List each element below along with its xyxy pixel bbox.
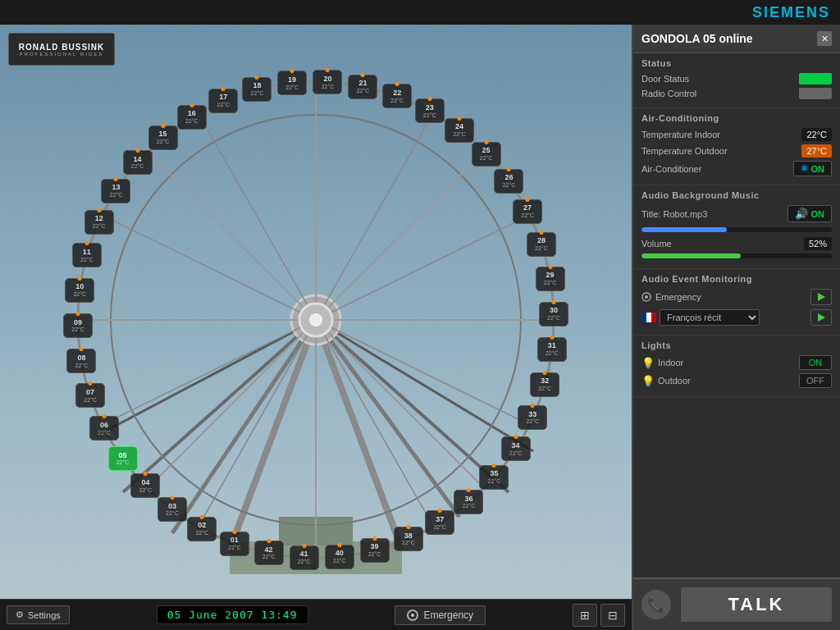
bottom-bar: ⚙ Settings 05 June 2007 13:49 Emergency … (0, 599, 632, 630)
radio-control-row: Radio Control (641, 88, 832, 99)
emergency-event-row: Emergency (641, 289, 832, 305)
right-panel: GONDOLA 05 online ✕ Status Door Status R… (632, 25, 840, 630)
gear-icon: ⚙ (16, 609, 24, 620)
outdoor-label-text: Outdoor (658, 376, 691, 386)
svg-line-9 (316, 320, 533, 451)
svg-line-21 (197, 111, 316, 320)
audio-progress-fill (641, 227, 727, 232)
audio-title: Audio Background Music (641, 190, 832, 200)
emergency-radio-indicator (641, 292, 651, 302)
audio-toggle-button[interactable]: 🔊 ON (788, 205, 833, 222)
volume-label: Volume (641, 239, 672, 249)
door-status-row: Door Status (641, 73, 832, 84)
language-select[interactable]: François récit English narrative Deutsch… (660, 309, 760, 326)
ac-label: Air-Conditioner (641, 164, 701, 174)
svg-line-27 (316, 217, 525, 320)
volume-slider[interactable] (641, 253, 832, 258)
emergency-button[interactable]: Emergency (395, 605, 486, 625)
svg-line-2 (230, 320, 316, 550)
indoor-light-label: 💡 Indoor (641, 357, 683, 369)
emergency-icon (407, 609, 418, 621)
svg-line-20 (148, 320, 316, 488)
lang-play-button[interactable] (810, 309, 832, 326)
temp-indoor-value: 22°C (801, 128, 832, 141)
svg-line-23 (316, 111, 435, 320)
audio-section: Audio Background Music Title: Robot.mp3 … (633, 185, 840, 269)
lang-event-row: François récit English narrative Deutsch… (641, 309, 832, 326)
audio-progress-bar[interactable] (641, 227, 832, 232)
brand-name-line2: PROFESSIONAL RIDES (20, 52, 103, 57)
main-container: RONALD BUSSINK PROFESSIONAL RIDES (0, 25, 840, 630)
french-flag-icon (641, 313, 656, 322)
talk-section: 📞 TALK (633, 578, 840, 630)
siemens-logo: SIEMENS (752, 4, 830, 21)
datetime-display: 05 June 2007 13:49 (157, 605, 308, 624)
radio-control-indicator (799, 88, 832, 99)
emergency-event-label: Emergency (641, 292, 701, 302)
svg-point-30 (309, 313, 322, 326)
svg-line-3 (316, 320, 402, 550)
temp-outdoor-row: Temperature Outdoor 27°C (641, 144, 832, 158)
emergency-play-button[interactable] (810, 289, 832, 305)
svg-line-4 (172, 320, 316, 533)
bulb-icon: 💡 (641, 357, 655, 369)
indoor-label-text: Indoor (658, 358, 683, 368)
svg-line-18 (316, 320, 484, 488)
indoor-light-row: 💡 Indoor ON (641, 355, 832, 370)
svg-line-17 (148, 152, 316, 320)
volume-pct: 52% (804, 237, 832, 250)
door-status-indicator (799, 73, 832, 84)
emergency-event-text: Emergency (655, 292, 701, 302)
track-title: Title: Robot.mp3 (641, 209, 707, 219)
gondola-title: GONDOLA 05 online (641, 32, 753, 45)
indoor-light-toggle[interactable]: ON (799, 355, 832, 370)
ac-section: Air-Conditioning Temperature Indoor 22°C… (633, 108, 840, 185)
phone-icon: 📞 (641, 590, 671, 619)
export-button[interactable]: ⊞ (573, 604, 597, 627)
status-section: Status Door Status Radio Control (633, 53, 840, 108)
bottom-right-buttons: ⊞ ⊟ (573, 604, 625, 627)
brand-logo-img: RONALD BUSSINK PROFESSIONAL RIDES (8, 33, 115, 66)
close-button[interactable]: ✕ (817, 31, 832, 46)
brand-logo: RONALD BUSSINK PROFESSIONAL RIDES (8, 33, 115, 66)
emergency-label: Emergency (423, 609, 473, 621)
volume-row: Volume 52% (641, 237, 832, 250)
radio-control-label: Radio Control (641, 89, 696, 98)
ac-title: Air-Conditioning (641, 113, 832, 123)
bulb-icon-2: 💡 (641, 375, 655, 387)
lights-section: Lights 💡 Indoor ON 💡 Outdoor OFF (633, 336, 840, 397)
play-icon (818, 293, 825, 301)
ferris-area: RONALD BUSSINK PROFESSIONAL RIDES (0, 25, 632, 630)
svg-line-19 (316, 152, 484, 320)
settings-label: Settings (28, 610, 61, 620)
settings-button[interactable]: ⚙ Settings (7, 605, 70, 624)
top-bar: SIEMENS (0, 0, 840, 25)
temp-indoor-label: Temperature Indoor (641, 130, 720, 139)
outdoor-light-row: 💡 Outdoor OFF (641, 373, 832, 388)
fullscreen-button[interactable]: ⊟ (600, 604, 625, 627)
status-title: Status (641, 58, 832, 68)
panel-header: GONDOLA 05 online ✕ (633, 25, 840, 53)
temp-outdoor-label: Temperature Outdoor (641, 146, 728, 156)
audio-on-label: ON (811, 209, 825, 219)
play-icon-2 (818, 313, 825, 322)
outdoor-light-label: 💡 Outdoor (641, 375, 691, 387)
ac-toggle-button[interactable]: ❄ ON (793, 161, 833, 176)
snowflake-icon: ❄ (801, 163, 808, 174)
outdoor-light-toggle[interactable]: OFF (799, 373, 832, 388)
ac-status: ON (811, 164, 825, 174)
door-status-label: Door Status (641, 74, 689, 84)
brand-name-line1: RONALD BUSSINK (19, 43, 105, 52)
event-monitoring-title: Audio Event Monitoring (641, 274, 832, 284)
temp-outdoor-value: 27°C (801, 144, 832, 158)
speaker-icon: 🔊 (795, 208, 808, 220)
lang-select-row: François récit English narrative Deutsch… (641, 309, 760, 326)
track-row: Title: Robot.mp3 🔊 ON (641, 205, 832, 222)
temp-indoor-row: Temperature Indoor 22°C (641, 128, 832, 141)
volume-fill (641, 253, 741, 258)
ac-row: Air-Conditioner ❄ ON (641, 161, 832, 176)
talk-button[interactable]: TALK (681, 587, 832, 622)
svg-line-25 (107, 217, 316, 320)
svg-line-22 (316, 320, 435, 529)
svg-line-5 (316, 320, 459, 517)
